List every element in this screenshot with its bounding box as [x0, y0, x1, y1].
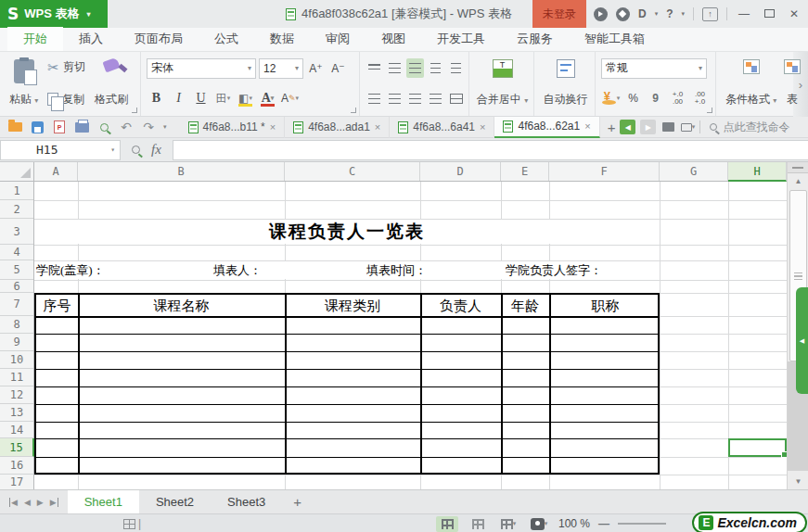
file-tab-3[interactable]: 4f6a8...6a41× — [390, 117, 494, 138]
tab-list-button[interactable] — [661, 120, 675, 134]
tab-smart-toolbox[interactable]: 智能工具箱 — [569, 27, 661, 51]
page-layout-view-button[interactable]: ▾ — [497, 516, 519, 532]
col-header-F[interactable]: F — [549, 162, 660, 181]
row-header-9[interactable]: 9 — [0, 334, 33, 351]
undo-button[interactable]: ↶ — [119, 120, 134, 134]
dialog-launcher[interactable] — [351, 108, 356, 113]
tab-home[interactable]: 开始 — [7, 27, 63, 51]
tab-cloud[interactable]: 云服务 — [501, 27, 569, 51]
export-pdf-button[interactable]: P — [52, 120, 67, 134]
font-name-combo[interactable]: 宋体▾ — [147, 58, 256, 79]
help-button[interactable]: ? — [666, 7, 673, 20]
row-header-7[interactable]: 7 — [0, 293, 33, 316]
row-header-16[interactable]: 16 — [0, 457, 33, 475]
tab-page-layout[interactable]: 页面布局 — [119, 27, 199, 51]
formula-input[interactable] — [173, 140, 808, 160]
percent-button[interactable]: % — [623, 89, 643, 108]
row-header-11[interactable]: 11 — [0, 369, 33, 386]
sheet-tab-2[interactable]: Sheet2 — [139, 490, 211, 513]
wrap-text-button[interactable]: 自动换行 — [540, 57, 592, 109]
settings-icon[interactable] — [616, 7, 630, 21]
prev-tab-button[interactable]: ◀ — [620, 120, 635, 134]
currency-button[interactable]: ▾ — [601, 89, 621, 108]
conditional-format-button[interactable]: 条件格式 ▾ — [722, 57, 780, 109]
open-button[interactable] — [7, 120, 22, 134]
split-handle[interactable] — [788, 162, 808, 173]
dialog-launcher[interactable] — [132, 108, 137, 113]
file-tab-4-active[interactable]: 4f6a8...62a1× — [494, 117, 599, 138]
command-search[interactable]: 点此查找命令 — [710, 120, 789, 135]
underline-button[interactable]: U — [191, 89, 211, 108]
italic-button[interactable]: I — [169, 89, 188, 108]
zoom-out-button[interactable]: — — [598, 517, 609, 530]
tab-formulas[interactable]: 公式 — [199, 27, 254, 51]
app-menu-button[interactable]: S WPS 表格 ▾ — [0, 0, 108, 28]
tab-developer[interactable]: 开发工具 — [421, 27, 501, 51]
page-break-view-button[interactable] — [467, 516, 489, 532]
row-header-17[interactable]: 17 — [0, 475, 33, 489]
save-button[interactable] — [30, 120, 45, 134]
row-header-12[interactable]: 12 — [0, 386, 33, 404]
row-header-14[interactable]: 14 — [0, 422, 33, 438]
row-header-4[interactable]: 4 — [0, 245, 33, 260]
comma-style-button[interactable]: 9 — [646, 89, 665, 108]
name-box[interactable]: H15▾ — [0, 140, 121, 160]
increase-indent-button[interactable] — [447, 58, 465, 78]
align-center-button[interactable] — [386, 89, 404, 108]
fill-color-button[interactable]: ◧▾ — [236, 89, 255, 108]
paste-button[interactable]: 粘贴 ▾ — [6, 57, 42, 109]
sheet-tab-1-active[interactable]: Sheet1 — [68, 490, 139, 513]
number-format-combo[interactable]: 常规▾ — [601, 58, 707, 79]
redo-button[interactable]: ↷ — [141, 120, 156, 134]
side-panel-toggle[interactable]: ◀ — [796, 287, 808, 394]
last-sheet-button[interactable]: ▶ — [50, 498, 58, 507]
collapse-ribbon-button[interactable]: ↑ — [702, 7, 718, 21]
bold-button[interactable]: B — [147, 89, 166, 108]
row-header-5[interactable]: 5 — [0, 260, 33, 280]
cut-button[interactable]: ✂剪切 — [47, 59, 85, 76]
tab-review[interactable]: 审阅 — [310, 27, 366, 51]
row-header-8[interactable]: 8 — [0, 316, 33, 334]
insert-function-button[interactable]: fx — [151, 142, 161, 158]
row-header-1[interactable]: 1 — [0, 182, 33, 200]
align-bottom-button[interactable] — [406, 58, 424, 78]
selected-cell-H15[interactable] — [728, 438, 787, 457]
feedback-icon[interactable] — [594, 7, 608, 21]
close-tab-icon[interactable]: × — [480, 121, 485, 133]
add-sheet-button[interactable]: + — [282, 494, 313, 510]
align-left-button[interactable] — [366, 89, 383, 108]
close-button[interactable]: ✕ — [786, 7, 802, 20]
row-header-10[interactable]: 10 — [0, 351, 33, 369]
skin-button[interactable]: D — [638, 7, 647, 20]
reading-mode-button[interactable]: ▾ — [528, 516, 550, 532]
normal-view-button[interactable] — [436, 516, 458, 532]
decrease-decimal-button[interactable]: .00+.0 — [690, 89, 710, 108]
close-tab-icon[interactable]: × — [375, 121, 380, 133]
col-header-C[interactable]: C — [285, 162, 420, 181]
align-top-button[interactable] — [366, 58, 383, 78]
row-header-15-selected[interactable]: 15 — [0, 438, 34, 457]
minimize-button[interactable]: — — [736, 7, 752, 20]
font-size-combo[interactable]: 12▾ — [259, 58, 303, 79]
next-sheet-button[interactable]: ▶ — [37, 498, 44, 507]
zoom-formula-icon[interactable] — [132, 146, 140, 154]
close-tab-icon[interactable]: × — [584, 120, 590, 132]
grow-font-button[interactable]: A⁺ — [306, 58, 326, 78]
file-tab-1[interactable]: 4f6a8...b11 *× — [180, 117, 286, 138]
scroll-down-icon[interactable]: ▼ — [788, 474, 808, 489]
col-header-H-selected[interactable]: H — [728, 162, 787, 182]
row-header-2[interactable]: 2 — [0, 200, 33, 219]
next-tab-button[interactable]: ▶ — [640, 120, 656, 134]
highlight-button[interactable]: A✎▾ — [280, 89, 300, 108]
justify-button[interactable] — [427, 89, 444, 108]
col-header-G[interactable]: G — [660, 162, 728, 181]
sheet-tab-3[interactable]: Sheet3 — [211, 490, 282, 513]
increase-decimal-button[interactable]: +.0.00 — [668, 89, 687, 108]
format-painter-button[interactable]: 格式刷 — [91, 57, 132, 109]
tab-data[interactable]: 数据 — [254, 27, 310, 51]
print-preview-button[interactable] — [96, 120, 111, 134]
dialog-launcher[interactable] — [707, 108, 712, 113]
sheet-canvas[interactable]: 课程负责人一览表 学院(盖章)： 填表人： 填表时间： 学院负责人签字： 序号 … — [34, 182, 787, 489]
col-header-E[interactable]: E — [501, 162, 549, 181]
tab-insert[interactable]: 插入 — [63, 27, 119, 51]
